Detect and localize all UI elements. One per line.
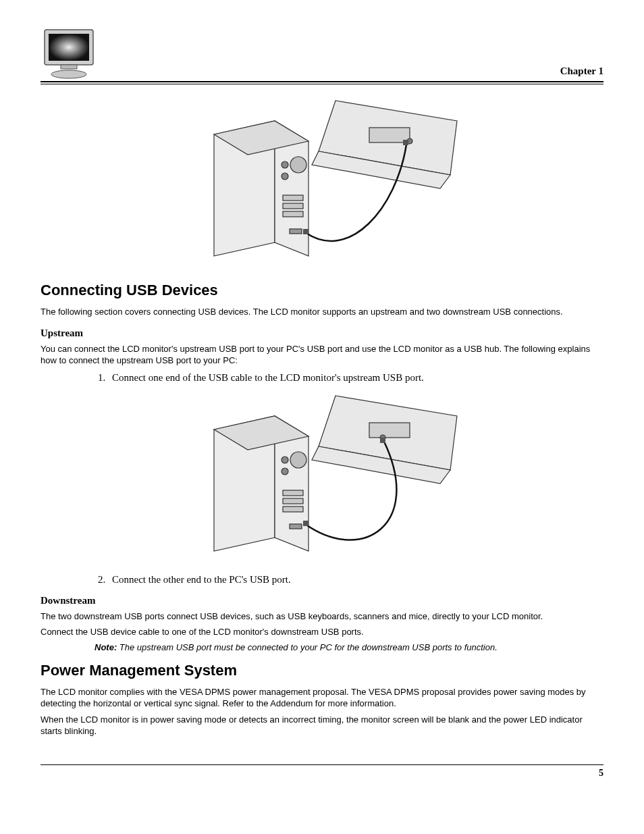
footer-rule — [41, 764, 603, 765]
svg-point-30 — [281, 468, 288, 475]
svg-rect-36 — [380, 438, 385, 443]
intro-text: The following section covers connecting … — [41, 306, 603, 318]
svg-point-28 — [290, 452, 306, 468]
svg-rect-23 — [369, 423, 410, 438]
svg-point-14 — [281, 173, 288, 180]
svg-rect-34 — [290, 524, 302, 529]
svg-rect-31 — [283, 490, 303, 496]
note-line: Note: The upstream USB port must be conn… — [95, 642, 603, 652]
subhead-upstream: Upstream — [41, 328, 603, 339]
figure-pc-monitor-2 — [41, 389, 603, 567]
upstream-text: You can connect the LCD monitor's upstre… — [41, 343, 603, 367]
svg-point-12 — [290, 157, 306, 173]
heading-connecting-usb: Connecting USB Devices — [41, 282, 603, 299]
steps-list-2: Connect the other end to the PC's USB po… — [41, 574, 603, 585]
note-label: Note: — [95, 642, 117, 652]
pms-p1: The LCD monitor complies with the VESA D… — [41, 686, 603, 710]
step-2: Connect the other end to the PC's USB po… — [108, 574, 603, 585]
svg-rect-35 — [303, 521, 308, 526]
heading-power-mgmt: Power Management System — [41, 662, 603, 679]
step-1: Connect one end of the USB cable to the … — [108, 372, 603, 384]
svg-rect-32 — [283, 498, 303, 504]
subhead-downstream: Downstream — [41, 595, 603, 606]
svg-rect-19 — [303, 229, 308, 234]
monitor-logo-icon — [41, 27, 101, 82]
downstream-text-2: Connect the USB device cable to one of t… — [41, 626, 603, 638]
svg-point-4 — [51, 70, 86, 78]
pms-p2: When the LCD monitor is in power saving … — [41, 714, 603, 737]
downstream-text: The two downstream USB ports connect USB… — [41, 610, 603, 623]
svg-rect-3 — [61, 65, 77, 69]
steps-list: Connect one end of the USB cable to the … — [41, 372, 603, 384]
page-number: 5 — [41, 768, 603, 779]
svg-point-29 — [281, 457, 288, 463]
chapter-label: Chapter 1 — [560, 66, 603, 77]
svg-rect-18 — [290, 229, 302, 234]
figure-pc-monitor-1 — [41, 94, 603, 272]
svg-rect-2 — [49, 34, 89, 61]
svg-rect-33 — [283, 506, 303, 512]
svg-rect-20 — [403, 140, 408, 145]
note-text: The upstream USB port must be connected … — [117, 642, 498, 652]
svg-rect-16 — [283, 203, 303, 209]
svg-rect-15 — [283, 195, 303, 201]
svg-point-13 — [281, 161, 288, 168]
svg-rect-17 — [283, 211, 303, 217]
header-rule — [41, 81, 603, 84]
